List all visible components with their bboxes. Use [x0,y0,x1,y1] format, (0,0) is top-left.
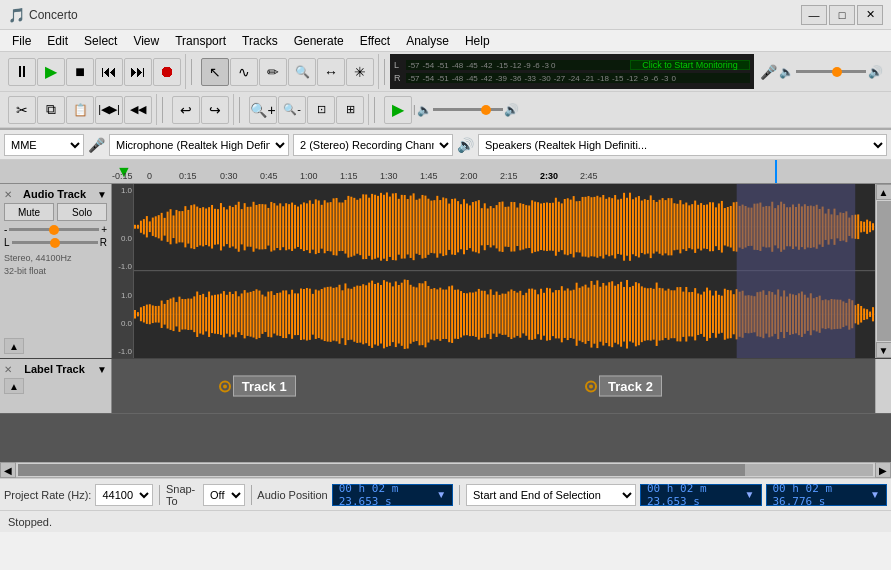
hscroll-left-button[interactable]: ◀ [0,462,16,478]
selection-start-display[interactable]: 00 h 02 m 23.653 s ▼ [640,484,762,506]
record-button[interactable]: ⏺ [153,58,181,86]
multi-tool-button[interactable]: ✳ [346,58,374,86]
output-select[interactable]: Speakers (Realtek High Definiti... [478,134,887,156]
svg-rect-60 [297,207,299,247]
undo-button[interactable]: ↩ [172,96,200,124]
envelope-tool-button[interactable]: ∿ [230,58,258,86]
zoom-in-button[interactable]: 🔍+ [249,96,277,124]
zoom-out-button[interactable]: 🔍- [278,96,306,124]
hscroll-thumb[interactable] [18,464,745,476]
mute-button[interactable]: Mute [4,203,54,221]
timeline-ruler[interactable]: ▼ -0:15 0 0:15 0:30 0:45 1:00 1:15 1:30 … [0,160,891,184]
zoom-selection-button[interactable]: ⊡ [307,96,335,124]
audio-position-dropdown[interactable]: ▼ [436,489,446,500]
label-item-2[interactable]: Track 2 [585,376,662,397]
selection-type-select[interactable]: Start and End of Selection [466,484,636,506]
menu-select[interactable]: Select [76,32,125,50]
menu-edit[interactable]: Edit [39,32,76,50]
play-button[interactable]: ▶ [37,58,65,86]
svg-rect-446 [700,295,702,334]
copy-button[interactable]: ⧉ [37,96,65,124]
svg-rect-283 [217,294,219,334]
track-vscroll[interactable]: ▲ ▼ [875,184,891,358]
maximize-button[interactable]: □ [829,5,855,25]
label-track-close[interactable]: ✕ [4,364,12,375]
svg-rect-109 [442,197,444,256]
timeline-scale: -0:15 0 0:15 0:30 0:45 1:00 1:15 1:30 1:… [112,160,891,183]
skip-forward-button[interactable]: ⏭ [124,58,152,86]
solo-button[interactable]: Solo [57,203,107,221]
scroll-down-button[interactable]: ▼ [876,342,892,358]
svg-rect-23 [187,210,189,244]
hscroll-right-button[interactable]: ▶ [875,462,891,478]
cut-button[interactable]: ✂ [8,96,36,124]
svg-rect-85 [371,194,373,260]
svg-rect-253 [869,221,871,232]
selection-end-display[interactable]: 00 h 02 m 36.776 s ▼ [766,484,888,506]
menu-tracks[interactable]: Tracks [234,32,286,50]
audio-track-close[interactable]: ✕ [4,189,12,200]
hscroll-track[interactable] [18,464,873,476]
minimize-button[interactable]: — [801,5,827,25]
draw-tool-button[interactable]: ✏ [259,58,287,86]
zoom-tool-button[interactable]: 🔍 [288,58,316,86]
svg-rect-82 [362,194,364,259]
svg-rect-375 [490,289,492,339]
close-button[interactable]: ✕ [857,5,883,25]
menu-transport[interactable]: Transport [167,32,234,50]
scroll-up-button[interactable]: ▲ [876,184,892,200]
sel-start-dropdown[interactable]: ▼ [745,489,755,500]
svg-rect-152 [570,200,572,254]
stop-button[interactable]: ■ [66,58,94,86]
audio-track-dropdown-icon[interactable]: ▼ [97,189,107,200]
svg-rect-32 [214,209,216,245]
track-pan-slider[interactable] [12,241,98,244]
sel-end-dropdown[interactable]: ▼ [870,489,880,500]
playback-volume-slider[interactable] [433,108,503,111]
skip-back-button[interactable]: ⏮ [95,58,123,86]
menu-view[interactable]: View [125,32,167,50]
trim-button[interactable]: |◀▶| [95,96,123,124]
label-track-dropdown-icon[interactable]: ▼ [97,364,107,375]
microphone-select[interactable]: Microphone (Realtek High Defini... [109,134,289,156]
driver-select[interactable]: MME [4,134,84,156]
paste-button[interactable]: 📋 [66,96,94,124]
svg-rect-155 [579,201,581,253]
menu-file[interactable]: File [4,32,39,50]
label-text-2: Track 2 [599,376,662,397]
label-item-1[interactable]: Track 1 [219,376,296,397]
time-shift-button[interactable]: ↔ [317,58,345,86]
label-track-content[interactable]: Track 1 Track 2 [112,359,875,413]
svg-rect-443 [691,292,693,337]
menu-analyse[interactable]: Analyse [398,32,457,50]
audio-track: ✕ Audio Track ▼ Mute Solo - + L R Stereo… [0,184,891,359]
pause-button[interactable]: ⏸ [8,58,36,86]
svg-rect-418 [617,284,619,344]
svg-rect-315 [312,294,314,335]
track-volume-slider[interactable] [9,228,99,231]
menu-help[interactable]: Help [457,32,498,50]
channels-select[interactable]: 2 (Stereo) Recording Channels [293,134,453,156]
select-tool-button[interactable]: ↖ [201,58,229,86]
zoom-fit-button[interactable]: ⊞ [336,96,364,124]
volume-minus-icon: - [4,224,7,235]
mic-volume-slider[interactable] [796,70,866,73]
hscrollbar[interactable]: ◀ ▶ [0,462,891,478]
svg-rect-401 [567,288,569,340]
snap-to-select[interactable]: Off [203,484,245,506]
track-expand-button[interactable]: ▲ [4,338,24,354]
audio-track-content[interactable]: 1.0 0.0 -1.0 1.0 0.0 -1.0 [112,184,875,358]
svg-rect-326 [344,283,346,345]
play-green-button[interactable]: ▶ [384,96,412,124]
svg-rect-120 [475,201,477,252]
menu-effect[interactable]: Effect [352,32,398,50]
svg-rect-16 [167,212,169,242]
silence-button[interactable]: ◀◀ [124,96,152,124]
menu-generate[interactable]: Generate [286,32,352,50]
project-rate-select[interactable]: 44100 [95,484,153,506]
svg-rect-128 [499,202,501,251]
audio-position-display[interactable]: 00 h 02 m 23.653 s ▼ [332,484,454,506]
label-expand-button[interactable]: ▲ [4,378,24,394]
svg-rect-503 [869,312,871,317]
redo-button[interactable]: ↪ [201,96,229,124]
